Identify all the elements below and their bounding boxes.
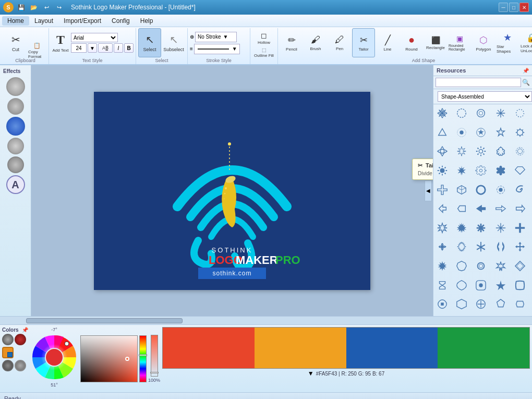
round-btn[interactable]: ● Round — [400, 28, 423, 57]
shape-ring-fancy[interactable] — [473, 258, 489, 274]
color-swatch-1[interactable] — [2, 334, 14, 345]
pen-btn[interactable]: 🖊 Pen — [328, 28, 351, 57]
color-strip[interactable] — [139, 335, 147, 382]
shape-arrow3d[interactable] — [493, 201, 509, 216]
shape-sq-fancy[interactable] — [454, 258, 469, 274]
effect-blue[interactable] — [6, 117, 25, 136]
shape-circle-ring2[interactable] — [473, 182, 489, 198]
effect-none2[interactable] — [7, 98, 24, 115]
shape-s8[interactable] — [473, 296, 489, 312]
shape-ring-flower[interactable] — [473, 105, 489, 121]
outline-btn[interactable]: ⬚ Outline Fill — [252, 46, 275, 59]
shape-star8b[interactable] — [434, 258, 450, 274]
polygon-btn[interactable]: ⬡ Polygon — [472, 28, 495, 57]
gradient-picker[interactable] — [80, 335, 138, 382]
resources-scroll-left[interactable]: ◀ — [425, 180, 432, 201]
color-swatch-2[interactable] — [15, 334, 26, 345]
shape-ring-dots[interactable] — [512, 105, 528, 121]
line-shape-btn[interactable]: ╱ Line — [376, 28, 399, 57]
quick-open[interactable]: 📂 — [29, 3, 39, 12]
maximize-btn[interactable]: □ — [509, 3, 518, 12]
quick-save[interactable]: 💾 — [17, 3, 26, 12]
shape-gear2[interactable] — [512, 143, 528, 159]
line-dropdown[interactable]: ▼ — [194, 44, 240, 54]
search-input[interactable] — [436, 78, 521, 87]
shape-star8-outline[interactable] — [454, 143, 469, 159]
shape-flower8[interactable] — [434, 105, 450, 121]
menu-help[interactable]: Help — [135, 16, 159, 26]
select-btn[interactable]: ↖ Select — [138, 28, 161, 57]
shape-cross-ornate[interactable] — [512, 220, 528, 236]
shape-s9[interactable] — [493, 296, 509, 312]
resources-pin[interactable]: 📌 — [523, 68, 529, 74]
shape-ring-spiky[interactable] — [512, 125, 528, 140]
brush-btn[interactable]: 🖌 Brush — [304, 28, 327, 57]
shape-star6-fancy[interactable] — [434, 220, 450, 236]
ab-btn[interactable]: AB̲ — [98, 43, 113, 53]
shape-plus-fancy[interactable] — [434, 182, 450, 198]
effect-none4[interactable] — [7, 156, 24, 173]
shape-flower-outline[interactable] — [454, 105, 469, 121]
shape-arrow-loop[interactable] — [493, 239, 509, 255]
shape-snowflake2[interactable] — [493, 220, 509, 236]
shape-s2[interactable] — [454, 277, 469, 293]
shape-starburst[interactable] — [454, 163, 469, 178]
shape-flower4[interactable] — [434, 239, 450, 255]
copy-format-btn[interactable]: 📋 Copy Format — [28, 44, 46, 57]
shape-snowflake1[interactable] — [493, 105, 509, 121]
color-swatch-5[interactable] — [15, 360, 26, 371]
category-dropdown[interactable]: Shape-Assembled — [438, 91, 532, 102]
tailor-btn[interactable]: ✂ Tailor — [352, 28, 375, 57]
minimize-btn[interactable]: ─ — [499, 3, 508, 12]
shape-arrow-right[interactable] — [512, 201, 528, 216]
italic-btn[interactable]: I — [114, 43, 123, 53]
bold-btn[interactable]: B — [124, 43, 134, 53]
shape-star-outline[interactable] — [493, 125, 509, 140]
shape-star-circle[interactable] — [473, 125, 489, 140]
shape-leaf4[interactable] — [434, 143, 450, 159]
menu-import-export[interactable]: Import/Export — [58, 16, 106, 26]
shape-gear4[interactable] — [493, 182, 509, 198]
shape-circle-dots2[interactable] — [454, 125, 469, 140]
color-swatch-4[interactable] — [2, 360, 14, 371]
star-btn[interactable]: ★ Star Shapes — [496, 28, 519, 57]
effect-none1[interactable] — [6, 77, 25, 96]
font-size-input[interactable] — [71, 43, 87, 53]
color-wheel-container[interactable] — [30, 333, 78, 381]
font-select[interactable]: Arial — [71, 33, 118, 42]
shape-triangle[interactable] — [434, 125, 450, 140]
palette-orange[interactable] — [255, 328, 346, 368]
rounded-rect-btn[interactable]: ▣ Rounded Rectangle — [448, 28, 471, 57]
shape-s3[interactable] — [473, 277, 489, 293]
shape-s1[interactable] — [434, 277, 450, 293]
shape-gear1[interactable] — [473, 143, 489, 159]
shape-starburst3[interactable] — [454, 239, 469, 255]
shape-diamond-fancy[interactable] — [512, 258, 528, 274]
shape-arrow-4way[interactable] — [512, 239, 528, 255]
effect-letter[interactable]: A — [6, 175, 25, 194]
shape-gear3[interactable] — [473, 163, 489, 178]
alpha-strip[interactable] — [151, 335, 158, 377]
quick-redo[interactable]: ↪ — [54, 3, 64, 12]
hollow-btn[interactable]: ◻ Hollow — [252, 31, 275, 45]
shape-gem[interactable] — [512, 163, 528, 178]
pencil-btn[interactable]: ✏ Pencil — [280, 28, 303, 57]
palette-blue[interactable] — [346, 328, 438, 368]
add-text-btn[interactable]: T Add Text — [51, 28, 70, 57]
stroke-dropdown[interactable]: No Stroke ▼ — [195, 32, 237, 42]
shape-s7[interactable] — [454, 296, 469, 312]
color-wheel-svg[interactable] — [30, 333, 78, 381]
shape-cube[interactable] — [454, 182, 469, 198]
subselect-btn[interactable]: ↖ Subselect — [162, 28, 185, 57]
close-btn[interactable]: ✕ — [519, 3, 529, 12]
shape-sun1[interactable] — [434, 163, 450, 178]
color-swatch-3[interactable] — [2, 347, 14, 358]
shape-s4[interactable] — [493, 277, 509, 293]
shape-asterisk[interactable] — [473, 220, 489, 236]
palette-down-arrow[interactable]: ▼ — [308, 370, 314, 377]
menu-layout[interactable]: Layout — [29, 16, 58, 26]
effect-none3[interactable] — [7, 138, 24, 154]
shape-star-out[interactable] — [493, 258, 509, 274]
shape-flower-complex[interactable] — [493, 143, 509, 159]
menu-home[interactable]: Home — [2, 16, 29, 26]
